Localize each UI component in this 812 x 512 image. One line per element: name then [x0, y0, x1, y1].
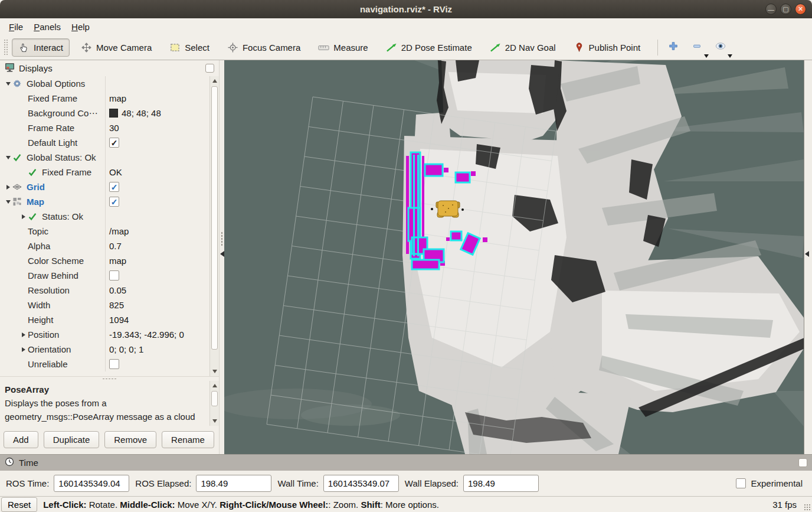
- description-scrollbar[interactable]: [209, 381, 219, 426]
- property-value[interactable]: [105, 76, 209, 91]
- property-value[interactable]: ✓: [105, 194, 209, 209]
- rename-button[interactable]: Rename: [162, 431, 214, 448]
- property-value[interactable]: map: [105, 91, 209, 106]
- scroll-down-icon[interactable]: [210, 416, 219, 426]
- checkbox-checked[interactable]: ✓: [109, 197, 119, 207]
- expand-down-icon[interactable]: [4, 200, 12, 204]
- panel-splitter[interactable]: [0, 376, 219, 381]
- property-value[interactable]: 0.05: [105, 283, 209, 298]
- tree-row-default-light[interactable]: Default Light✓: [0, 135, 209, 150]
- property-value[interactable]: [105, 357, 209, 371]
- property-value[interactable]: OK: [105, 165, 209, 180]
- expand-right-icon[interactable]: [19, 214, 28, 219]
- tree-row-position[interactable]: Position-19.343; -42.996; 0: [0, 327, 209, 342]
- tool-publish-point[interactable]: Publish Point: [567, 38, 647, 57]
- ros-time-input[interactable]: [54, 475, 129, 492]
- scrollbar-thumb[interactable]: [211, 391, 218, 406]
- toolbar-drag-handle[interactable]: [4, 39, 8, 56]
- minimize-button[interactable]: —: [765, 4, 777, 15]
- resize-grip[interactable]: [804, 504, 811, 511]
- tree-row-orientation[interactable]: Orientation0; 0; 0; 1: [0, 342, 209, 357]
- property-value[interactable]: ✓: [105, 135, 209, 150]
- tree-row-map[interactable]: Map✓: [0, 194, 209, 209]
- titlebar[interactable]: navigation.rviz* - RViz — ▢ ✕: [0, 0, 812, 18]
- expand-down-icon[interactable]: [4, 82, 12, 86]
- tool-visibility-button[interactable]: [711, 38, 730, 56]
- property-value[interactable]: 30: [105, 120, 209, 135]
- panel-collapse-handle-left[interactable]: [219, 60, 224, 454]
- wall-elapsed-input[interactable]: [463, 475, 539, 492]
- remove-button[interactable]: Remove: [104, 431, 156, 448]
- tree-row-background-co[interactable]: Background Co⋯48; 48; 48: [0, 106, 209, 120]
- property-value[interactable]: 1094: [105, 312, 209, 327]
- scroll-up-icon[interactable]: [210, 76, 219, 86]
- property-value[interactable]: ✓: [105, 180, 209, 194]
- expand-right-icon[interactable]: [4, 185, 12, 190]
- add-tool-button[interactable]: [664, 38, 683, 56]
- tree-row-global-status-ok[interactable]: Global Status: Ok: [0, 150, 209, 165]
- reset-button[interactable]: Reset: [1, 497, 37, 512]
- expand-down-icon[interactable]: [4, 156, 12, 159]
- tree-row-status-ok[interactable]: Status: Ok: [0, 209, 209, 224]
- scroll-down-icon[interactable]: [210, 367, 219, 376]
- dropdown-arrow-icon[interactable]: [728, 54, 732, 58]
- expand-right-icon[interactable]: [19, 332, 28, 337]
- maximize-button[interactable]: ▢: [780, 4, 791, 15]
- checkbox-unchecked[interactable]: [736, 478, 746, 488]
- panel-float-button[interactable]: [205, 64, 214, 73]
- property-value[interactable]: [105, 268, 209, 283]
- tree-row-grid[interactable]: Grid✓: [0, 180, 209, 194]
- tree-row-draw-behind[interactable]: Draw Behind: [0, 268, 209, 283]
- tree-scrollbar[interactable]: [209, 76, 219, 376]
- property-value[interactable]: 0.7: [105, 239, 209, 253]
- tool-2d-nav-goal[interactable]: 2D Nav Goal: [483, 38, 562, 57]
- tree-row-fixed-frame[interactable]: Fixed Framemap: [0, 91, 209, 106]
- ros-elapsed-input[interactable]: [196, 475, 271, 492]
- tree-row-frame-rate[interactable]: Frame Rate30: [0, 120, 209, 135]
- tree-row-alpha[interactable]: Alpha0.7: [0, 239, 209, 253]
- more-information-link[interactable]: M: [127, 425, 135, 426]
- property-value[interactable]: /map: [105, 224, 209, 239]
- menu-help[interactable]: Help: [66, 20, 95, 34]
- wall-time-input[interactable]: [323, 475, 399, 492]
- property-value[interactable]: 0; 0; 0; 1: [105, 342, 209, 357]
- checkbox-checked[interactable]: ✓: [109, 182, 119, 192]
- panel-collapse-handle-right[interactable]: [804, 60, 812, 454]
- scrollbar-thumb[interactable]: [211, 86, 218, 350]
- tree-row-unreliable[interactable]: Unreliable: [0, 357, 209, 371]
- menu-panels[interactable]: Panels: [28, 20, 66, 34]
- tool-measure[interactable]: Measure: [312, 38, 374, 57]
- property-value[interactable]: map: [105, 253, 209, 268]
- tree-row-fixed-frame[interactable]: Fixed FrameOK: [0, 165, 209, 180]
- property-value[interactable]: 825: [105, 298, 209, 312]
- close-button[interactable]: ✕: [795, 4, 806, 15]
- checkbox-checked[interactable]: ✓: [109, 138, 119, 148]
- tree-row-height[interactable]: Height1094: [0, 312, 209, 327]
- dropdown-arrow-icon[interactable]: [704, 54, 709, 58]
- scroll-up-icon[interactable]: [210, 381, 219, 390]
- displays-panel-header[interactable]: Displays: [0, 60, 219, 76]
- remove-tool-button[interactable]: [687, 38, 706, 56]
- tool-select[interactable]: Select: [163, 38, 216, 57]
- add-button[interactable]: Add: [4, 431, 38, 448]
- duplicate-button[interactable]: Duplicate: [44, 431, 100, 448]
- property-value[interactable]: 48; 48; 48: [105, 106, 209, 120]
- checkbox-unchecked[interactable]: [109, 270, 119, 281]
- tool-2d-pose-estimate[interactable]: 2D Pose Estimate: [379, 38, 479, 57]
- panel-float-button[interactable]: [798, 458, 807, 467]
- tree-row-width[interactable]: Width825: [0, 298, 209, 312]
- property-value[interactable]: [105, 150, 209, 165]
- color-swatch[interactable]: [109, 109, 118, 118]
- tool-focus-camera[interactable]: Focus Camera: [221, 38, 307, 57]
- time-panel-header[interactable]: Time: [0, 454, 812, 471]
- menu-file[interactable]: File: [4, 20, 28, 34]
- checkbox-unchecked[interactable]: [109, 359, 119, 369]
- tree-row-color-scheme[interactable]: Color Schememap: [0, 253, 209, 268]
- tree-row-global-options[interactable]: Global Options: [0, 76, 209, 91]
- viewport-3d[interactable]: [224, 60, 804, 454]
- tree-row-topic[interactable]: Topic/map: [0, 224, 209, 239]
- tool-interact[interactable]: Interact: [12, 38, 70, 57]
- tree-row-resolution[interactable]: Resolution0.05: [0, 283, 209, 298]
- property-value[interactable]: [105, 209, 209, 224]
- property-value[interactable]: -19.343; -42.996; 0: [105, 327, 209, 342]
